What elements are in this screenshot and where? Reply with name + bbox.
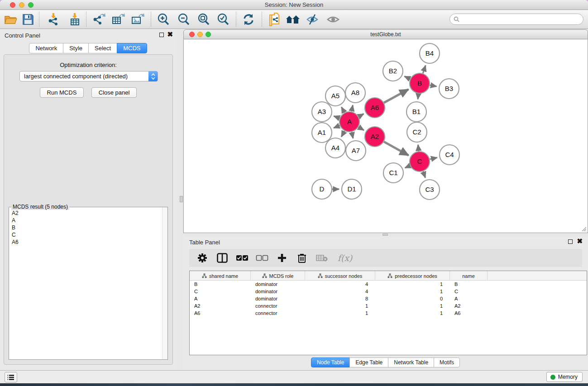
cell-name[interactable]: A [450,296,488,301]
result-node-A2[interactable]: A2 [9,210,162,217]
result-node-B[interactable]: B [9,224,162,231]
tab-style[interactable]: Style [63,43,89,53]
zoom-fit-button[interactable] [196,11,212,28]
save-button[interactable] [20,11,36,28]
graph-edge-A-A2[interactable] [359,127,364,130]
cell-predecessor-nodes[interactable]: 1 [375,281,450,287]
cell-successor-nodes[interactable]: 1 [305,303,375,309]
resize-grip-icon[interactable] [580,225,587,232]
cell-predecessor-nodes[interactable]: 0 [375,296,450,301]
graph-edge-C-C2[interactable] [418,145,419,151]
deselect-all-button[interactable] [255,251,269,265]
criterion-select[interactable]: largest connected component (directed) [19,71,158,81]
tab-select[interactable]: Select [88,43,117,53]
tab-edge-table[interactable]: Edge Table [349,357,388,367]
cell-successor-nodes[interactable]: 1 [305,310,375,316]
search-input[interactable] [459,16,583,23]
table-close-icon[interactable]: ✖ [577,237,583,245]
export-table-button[interactable] [110,11,126,28]
cell-MCDS-role[interactable]: dominator [251,296,305,301]
horizontal-splitter-handle[interactable] [382,234,388,236]
tab-node-table[interactable]: Node Table [311,357,350,367]
delete-column-button[interactable] [295,251,309,265]
function-builder-button[interactable]: f(x) [335,251,355,265]
graph-edge-A2-C[interactable] [384,142,408,155]
cell-MCDS-role[interactable]: dominator [251,281,305,287]
tab-mcds[interactable]: MCDS [117,43,147,53]
hide-panels-button[interactable] [305,11,321,28]
cell-name[interactable]: C [450,289,488,294]
tab-network-table[interactable]: Network Table [388,357,434,367]
home-button[interactable] [285,11,301,28]
graph-edge-C-C1[interactable] [405,166,410,168]
cell-MCDS-role[interactable]: dominator [251,289,305,294]
column-header-successor-nodes[interactable]: successor nodes [305,271,375,281]
cell-successor-nodes[interactable]: 4 [305,289,375,294]
import-network-button[interactable] [45,11,62,28]
copy-network-button[interactable] [267,11,283,28]
zoom-in-button[interactable] [155,11,172,28]
cell-predecessor-nodes[interactable]: 1 [375,289,450,294]
graph-edge-C-C4[interactable] [430,157,437,159]
cell-MCDS-role[interactable]: connector [251,310,305,316]
graph-edge-A-A3[interactable] [334,116,339,118]
cell-name[interactable]: A6 [450,310,488,316]
add-column-button[interactable] [275,251,289,265]
result-scrollbar[interactable] [162,207,167,359]
cell-predecessor-nodes[interactable]: 1 [375,310,450,316]
tab-network[interactable]: Network [29,43,63,53]
run-mcds-button[interactable]: Run MCDS [40,87,84,98]
table-float-icon[interactable] [568,239,573,244]
graph-edge-C-C3[interactable] [423,172,425,178]
cell-name[interactable]: A2 [450,303,488,309]
zoom-out-button[interactable] [176,11,192,28]
table-row-B[interactable]: Bdominator41B [190,281,587,288]
graph-edge-B-B1[interactable] [418,94,418,99]
select-all-button[interactable] [235,251,249,265]
result-node-C[interactable]: C [9,231,162,238]
cell-successor-nodes[interactable]: 8 [305,296,375,301]
graph-edge-A6-B[interactable] [384,89,408,103]
column-header-MCDS-role[interactable]: MCDS role [251,271,305,281]
cell-MCDS-role[interactable]: connector [251,303,305,309]
graph-edge-A-A4[interactable] [341,131,344,137]
float-panel-icon[interactable] [159,33,164,37]
memory-button[interactable]: Memory [546,372,583,382]
show-panels-button[interactable] [325,11,341,28]
graph-edge-B-B3[interactable] [430,85,437,86]
table-row-C[interactable]: Cdominator41C [190,288,587,295]
column-header-predecessor-nodes[interactable]: predecessor nodes [375,271,450,281]
cell-shared-name[interactable]: B [190,281,251,287]
result-node-A6[interactable]: A6 [9,238,162,246]
cell-shared-name[interactable]: A2 [190,303,251,309]
result-node-A[interactable]: A [9,217,162,224]
column-header-shared-name[interactable]: shared name [190,271,251,281]
zoom-selected-button[interactable] [215,11,231,28]
search-box[interactable] [449,14,583,25]
network-canvas[interactable]: AA1A2A3A4A5A6A7A8BB1B2B3B4CC1C2C3C4DD1 [183,39,588,233]
delete-table-button[interactable] [315,251,329,265]
tab-motifs[interactable]: Motifs [434,357,460,367]
graph-edge-A-A8[interactable] [352,105,353,111]
close-panel-icon[interactable]: ✖ [167,30,173,38]
graph-edge-B-B4[interactable] [423,66,425,74]
cell-shared-name[interactable]: A [190,296,251,301]
cell-predecessor-nodes[interactable]: 1 [375,303,450,309]
table-settings-button[interactable] [196,251,209,265]
table-row-A2[interactable]: A2connector11A2 [190,302,587,310]
cell-successor-nodes[interactable]: 4 [305,281,375,287]
task-history-button[interactable] [5,372,17,382]
export-network-button[interactable] [91,11,107,28]
close-panel-button[interactable]: Close panel [91,87,137,98]
column-header-name[interactable]: name [450,271,488,281]
import-table-button[interactable] [67,11,83,28]
show-columns-button[interactable] [215,251,229,265]
table-row-A[interactable]: Adominator80A [190,295,587,302]
table-row-A6[interactable]: A6connector11A6 [190,310,587,317]
cell-shared-name[interactable]: C [190,289,251,294]
graph-edge-A-A1[interactable] [334,125,340,128]
refresh-button[interactable] [240,11,257,28]
graph-edge-A-A6[interactable] [359,114,363,117]
export-image-button[interactable] [129,11,146,28]
graph-edge-B-B2[interactable] [404,76,410,79]
